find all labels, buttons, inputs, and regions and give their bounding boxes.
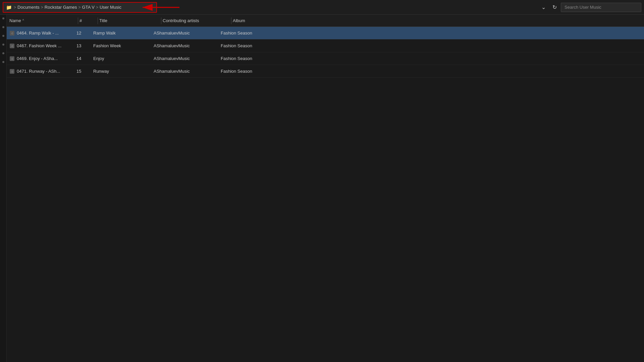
music-file-icon: ♫ (10, 56, 14, 61)
cell-title: Enjoy (93, 56, 154, 61)
col-divider-2 (98, 17, 98, 24)
folder-icon: 📁 (6, 5, 12, 10)
breadcrumb-documents[interactable]: Documents (17, 5, 40, 10)
file-icon: ♫ (9, 56, 15, 61)
col-title-header[interactable]: Title (99, 18, 160, 23)
table-row[interactable]: ♫ 0469. Enjoy - ASha... 14 Enjoy AShamal… (7, 52, 644, 65)
cell-title: Fashion Week (93, 43, 154, 48)
sidebar-dot-5 (2, 52, 4, 54)
col-num-header[interactable]: # (79, 18, 96, 23)
table-row[interactable]: ♫ 0471. Runway - ASh... 15 Runway AShama… (7, 65, 644, 78)
cell-name: 0469. Enjoy - ASha... (17, 56, 76, 61)
breadcrumb-rockstar[interactable]: Rockstar Games (45, 5, 77, 10)
file-icon: ♫ (9, 43, 15, 49)
cell-album: Fashion Season (221, 43, 288, 48)
file-icon: ♫ (9, 69, 15, 74)
cell-title: Ramp Walk (93, 31, 154, 36)
col-name-header[interactable]: Name ^ (9, 18, 76, 23)
sidebar-dot-2 (2, 26, 4, 28)
cell-name: 0464. Ramp Walk - ... (17, 31, 76, 36)
cell-name: 0471. Runway - ASh... (17, 69, 76, 74)
cell-num: 12 (76, 31, 93, 36)
dropdown-button[interactable]: ⌄ (539, 3, 548, 12)
cell-artist: AShamaluevMusic (154, 43, 221, 48)
cell-title: Runway (93, 69, 154, 74)
file-pane: Name ^ # Title Contributing artists Albu… (7, 15, 644, 362)
breadcrumb-user-music[interactable]: User Music (100, 5, 121, 10)
music-file-icon: ♫ (10, 69, 14, 74)
music-file-icon: ♫ (10, 31, 14, 36)
file-icon: ♫ (9, 31, 15, 36)
cell-album: Fashion Season (221, 31, 288, 36)
col-artist-header[interactable]: Contributing artists (163, 18, 230, 23)
column-headers: Name ^ # Title Contributing artists Albu… (7, 15, 644, 27)
col-divider-3 (161, 17, 161, 24)
table-row[interactable]: ♫ 0464. Ramp Walk - ... 12 Ramp Walk ASh… (7, 27, 644, 40)
col-album-header[interactable]: Album (233, 18, 300, 23)
sidebar-dot-3 (2, 35, 4, 37)
table-row[interactable]: ♫ 0467. Fashion Week ... 13 Fashion Week… (7, 40, 644, 52)
search-input[interactable] (561, 3, 641, 12)
cell-artist: AShamaluevMusic (154, 69, 221, 74)
file-list: ♫ 0464. Ramp Walk - ... 12 Ramp Walk ASh… (7, 27, 644, 78)
sidebar-dot-1 (2, 17, 4, 19)
cell-artist: AShamaluevMusic (154, 56, 221, 61)
col-divider-4 (231, 17, 231, 24)
cell-album: Fashion Season (221, 56, 288, 61)
sidebar (0, 15, 7, 362)
col-divider-1 (78, 17, 78, 24)
music-file-icon: ♫ (10, 44, 14, 48)
refresh-button[interactable]: ↻ (550, 3, 559, 12)
toolbar-right: ⌄ ↻ (539, 3, 641, 12)
sort-icon: ^ (22, 19, 24, 22)
sidebar-dot-6 (2, 61, 4, 63)
cell-name: 0467. Fashion Week ... (17, 43, 76, 48)
cell-num: 13 (76, 43, 93, 48)
cell-num: 14 (76, 56, 93, 61)
breadcrumb[interactable]: 📁 > Documents > Rockstar Games > GTA V >… (3, 2, 157, 13)
cell-artist: AShamaluevMusic (154, 31, 221, 36)
cell-num: 15 (76, 69, 93, 74)
breadcrumb-gtav[interactable]: GTA V (82, 5, 95, 10)
cell-album: Fashion Season (221, 69, 288, 74)
sidebar-dot-4 (2, 44, 4, 46)
